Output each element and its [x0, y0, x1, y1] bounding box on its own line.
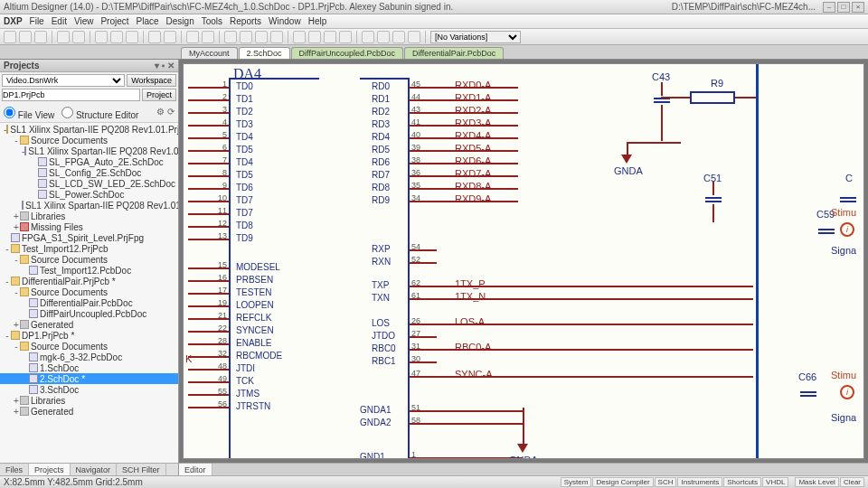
tb-zoomfit[interactable]	[202, 31, 214, 43]
tb-preview[interactable]	[72, 31, 85, 43]
tree-row[interactable]: SL_LCD_SW_LED_2E.SchDoc	[0, 178, 178, 189]
file-view-radio[interactable]: File View	[4, 107, 54, 120]
sb-clear[interactable]: Clear	[840, 477, 864, 487]
menu-help[interactable]: Help	[308, 16, 327, 26]
project-button[interactable]: Project	[142, 89, 176, 101]
project-field[interactable]	[2, 89, 140, 101]
tb-paste[interactable]	[126, 31, 138, 43]
tb-net[interactable]	[362, 31, 374, 43]
canvas-tab-editor[interactable]: Editor	[179, 464, 212, 475]
tb-new[interactable]	[4, 31, 16, 43]
tb-misc7[interactable]	[324, 31, 336, 43]
menu-project[interactable]: Project	[100, 16, 128, 26]
menu-reports[interactable]: Reports	[230, 16, 261, 26]
pin-name: RBC0	[372, 343, 396, 353]
pin-number: 15	[209, 260, 227, 269]
btab-schfilter[interactable]: SCH Filter	[117, 464, 166, 475]
tree-row[interactable]: -Source Documents	[0, 135, 178, 145]
tb-part[interactable]	[408, 31, 420, 43]
tree-row[interactable]: SL_FPGA_Auto_2E.SchDoc	[0, 156, 178, 167]
sb-shortcuts[interactable]: Shortcuts	[723, 477, 761, 487]
tree-row[interactable]: -DP1.PrjPcb *	[0, 330, 178, 341]
tb-redo[interactable]	[164, 31, 176, 43]
tree-row[interactable]: -Source Documents	[0, 254, 178, 265]
panel-pin-icon[interactable]: ▾ ▪ ✕	[155, 61, 175, 70]
tb-undo[interactable]	[148, 31, 161, 43]
structure-editor-radio[interactable]: Structure Editor	[61, 107, 138, 120]
tree-row[interactable]: SL1 Xilinx Spartan-IIE PQ208 Rev1.01.Pcb…	[0, 200, 178, 211]
menu-design[interactable]: Design	[166, 16, 194, 26]
tb-misc8[interactable]	[339, 31, 352, 43]
panel-header: Projects ▾ ▪ ✕	[0, 60, 178, 72]
pin-number: 11	[209, 206, 227, 215]
tree-row[interactable]: DiffPairUncoupled.PcbDoc	[0, 308, 178, 319]
tree-row[interactable]: -Source Documents	[0, 341, 178, 352]
menu-tools[interactable]: Tools	[202, 16, 222, 26]
close-button[interactable]: ×	[852, 2, 864, 13]
workspace-button[interactable]: Workspace	[127, 74, 176, 87]
net-label: RXD6-A	[455, 155, 491, 166]
tree-row[interactable]: -Test_Import12.PrjPcb	[0, 243, 178, 254]
tb-misc4[interactable]	[270, 31, 283, 43]
tb-save[interactable]	[34, 31, 47, 43]
pin-number: 47	[411, 369, 429, 378]
tb-copy[interactable]	[110, 31, 123, 43]
tb-bus[interactable]	[392, 31, 405, 43]
tree-row[interactable]: 3.SchDoc	[0, 384, 178, 395]
tb-misc5[interactable]	[293, 31, 306, 43]
tree-row[interactable]: -DifferentialPair.PrjPcb *	[0, 276, 178, 286]
tab-diffpairunc[interactable]: DiffPairUncoupled.PcbDoc	[291, 47, 403, 59]
btab-projects[interactable]: Projects	[29, 464, 71, 475]
tree-row[interactable]: +Generated	[0, 406, 178, 417]
tree-row[interactable]: 1.SchDoc	[0, 362, 178, 373]
tree-row[interactable]: -SL1 Xilinx Spartan-IIE PQ208 Rev1.01.Pr…	[0, 124, 178, 135]
tab-2schdoc[interactable]: 2.SchDoc	[239, 47, 290, 59]
schematic-canvas[interactable]: DA4 1TD02TD13TD24TD35TD46TD57TD48TD59TD6…	[183, 63, 864, 459]
tree-row[interactable]: +Libraries	[0, 395, 178, 406]
menu-edit[interactable]: Edit	[52, 16, 67, 26]
btab-files[interactable]: Files	[0, 464, 29, 475]
tree-row[interactable]: SL_Config_2E.SchDoc	[0, 167, 178, 178]
tab-myaccount[interactable]: MyAccount	[181, 47, 238, 59]
menu-file[interactable]: File	[30, 16, 44, 26]
sb-instruments[interactable]: Instruments	[677, 477, 722, 487]
dxp-menu[interactable]: DXP	[4, 16, 23, 26]
tree-row[interactable]: 2.SchDoc *	[0, 373, 178, 384]
tb-misc6[interactable]	[308, 31, 321, 43]
tb-print[interactable]	[57, 31, 70, 43]
tb-misc1[interactable]	[224, 31, 237, 43]
status-coords: X:82.5mm Y:482.5mm Grid:2.5mm	[4, 477, 143, 487]
sb-mask[interactable]: Mask Level	[795, 477, 838, 487]
workspace-select[interactable]: Video.DsnWrk	[2, 74, 125, 87]
tb-wire[interactable]	[377, 31, 390, 43]
sb-sch[interactable]: SCH	[655, 477, 677, 487]
tab-diffpair[interactable]: DifferentialPair.PcbDoc	[404, 47, 504, 59]
tree-row[interactable]: -Source Documents	[0, 286, 178, 297]
tree-row[interactable]: +Libraries	[0, 211, 178, 221]
maximize-button[interactable]: □	[837, 2, 850, 13]
menu-place[interactable]: Place	[137, 16, 159, 26]
project-tree[interactable]: -SL1 Xilinx Spartan-IIE PQ208 Rev1.01.Pr…	[0, 123, 178, 463]
tb-open[interactable]	[19, 31, 32, 43]
sb-system[interactable]: System	[561, 477, 592, 487]
tree-row[interactable]: -SL1 Xilinx Spartan-IIE PQ208 Rev1.01.Sc…	[0, 145, 178, 156]
tree-row[interactable]: Test_Import12.PcbDoc	[0, 265, 178, 276]
panel-tool-icon[interactable]: ⚙ ⟳	[156, 107, 175, 120]
tb-zoom[interactable]	[186, 31, 199, 43]
tree-row[interactable]: mgk-6_3-32.PcbDoc	[0, 352, 178, 362]
menu-view[interactable]: View	[74, 16, 94, 26]
tree-row[interactable]: DifferentialPair.PcbDoc	[0, 297, 178, 308]
tb-misc3[interactable]	[255, 31, 268, 43]
menu-window[interactable]: Window	[269, 16, 301, 26]
tree-row[interactable]: SL_Power.SchDoc	[0, 189, 178, 200]
sb-designcompiler[interactable]: Design Compiler	[592, 477, 653, 487]
tb-cut[interactable]	[95, 31, 108, 43]
tree-row[interactable]: +Generated	[0, 319, 178, 330]
tree-row[interactable]: FPGA_S1_Spirit_Level.PrjFpg	[0, 232, 178, 243]
btab-navigator[interactable]: Navigator	[71, 464, 118, 475]
minimize-button[interactable]: –	[823, 2, 835, 13]
tree-row[interactable]: +Missing Files	[0, 221, 178, 232]
variations-select[interactable]: [No Variations]	[430, 31, 521, 43]
sb-vhdl[interactable]: VHDL	[762, 477, 788, 487]
tb-misc2[interactable]	[240, 31, 252, 43]
